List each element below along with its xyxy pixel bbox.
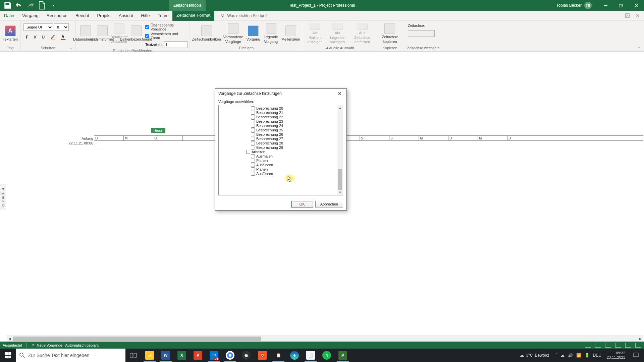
milestone-button[interactable]: Meilenstein [280,22,301,45]
text-lines-input[interactable] [164,41,187,48]
ok-button[interactable]: OK [291,201,313,207]
tray-language[interactable]: DEU [593,353,601,358]
restore-button[interactable] [613,0,629,11]
view-shortcut-3[interactable] [605,343,611,348]
scroll-down-icon[interactable]: ▼ [337,190,343,195]
view-shortcut-5[interactable] [625,343,631,348]
taskbar-app-word[interactable]: W [158,349,174,362]
dialog-scrollbar[interactable]: ▲ ▼ [337,105,343,195]
taskbar-clock[interactable]: 09:32 23.11.2021 [604,351,628,360]
list-item[interactable]: Besprechung 22 [219,115,343,119]
collapse-ribbon-icon[interactable]: ︿ [637,44,641,50]
menu-projekt[interactable]: Projekt [93,11,114,21]
save-icon[interactable] [3,1,12,10]
taskbar-app-obs[interactable]: ◉ [238,349,254,362]
scrollbar-thumb[interactable] [13,337,261,341]
bar-label-button[interactable]: Balkenbezeichnung [128,22,144,45]
list-item[interactable]: Besprechung 29 [219,145,343,149]
taskbar-app-generic2[interactable]: 📋 [270,349,286,362]
timeline-bar-button[interactable]: Zeitachsenbalken [192,22,221,45]
taskbar-weather[interactable]: ☁ 3°C Bewölkt [517,353,552,358]
list-item[interactable]: Planen [219,167,343,171]
minimize-button[interactable] [598,0,613,11]
tray-battery-icon[interactable]: 🔋 [585,353,590,358]
dialog-scrollbar-thumb[interactable] [338,169,342,190]
callout-task-button[interactable]: Legende Vorgang [263,22,279,45]
list-item[interactable]: Besprechung 26 [219,132,343,136]
view-tab-zeitachse[interactable]: ZEITACHSE [0,184,6,209]
list-item[interactable]: Besprechung 28 [219,141,343,145]
close-button[interactable] [629,0,644,11]
menu-ressource[interactable]: Ressource [43,11,71,21]
font-dialog-launcher-icon[interactable]: ⤢ [70,47,73,50]
font-color-button[interactable]: A [58,34,67,41]
list-item[interactable]: Ausführen [219,163,343,167]
menu-ansicht[interactable]: Ansicht [115,11,137,21]
taskbar-app-brave[interactable]: 🦁 [254,349,270,362]
list-item[interactable]: Besprechung 27 [219,136,343,141]
view-shortcut-6[interactable] [635,343,641,348]
tray-onedrive-icon[interactable]: ☁ [560,353,565,358]
status-new-tasks[interactable]: Neue Vorgänge : Automatisch geplant [37,343,99,347]
undo-icon[interactable] [15,1,23,10]
start-button[interactable] [0,349,16,362]
cancel-button[interactable]: Abbrechen [315,201,343,207]
taskbar-app-powerpoint[interactable]: P [190,349,206,362]
highlight-color-button[interactable]: 🖉 [48,34,57,41]
qat-customize-icon[interactable]: ▾ [49,1,58,10]
new-doc-icon[interactable] [38,1,46,10]
list-item[interactable]: Besprechung 25 [219,128,343,132]
pan-zoom-checkbox[interactable]: Verschieben und Zoom [145,32,187,40]
italic-button[interactable]: K [32,34,39,41]
list-item[interactable]: Besprechung 21 [219,110,343,115]
date-format-button[interactable]: Datumsformat [95,22,110,45]
task-list[interactable]: Besprechung 20 Besprechung 21 Besprechun… [219,105,343,195]
tell-me-search[interactable]: Was möchten Sie tun? [220,13,267,18]
task-button[interactable]: Vorgang [245,22,261,45]
taskbar-app-notepad[interactable]: 📄 [303,349,319,362]
scroll-left-icon[interactable]: ◀ [7,336,13,342]
font-size-select[interactable]: 8 [54,23,69,31]
redo-icon[interactable] [26,1,35,10]
timeline-switch-select[interactable] [408,30,435,37]
scroll-up-icon[interactable]: ▲ [337,105,343,111]
view-shortcut-2[interactable] [595,343,601,348]
list-item[interactable]: Ausmalen [219,154,343,158]
menu-hilfe[interactable]: Hilfe [137,11,154,21]
underline-button[interactable]: U [40,34,47,41]
taskbar-app-spotify[interactable]: ♫ [319,349,335,362]
font-name-select[interactable]: Segoe UI [23,23,53,31]
menu-vorgang[interactable]: Vorgang [18,11,42,21]
menu-zeitachse-format[interactable]: Zeitachse Format [172,11,214,21]
timeline-bar-area[interactable] [94,141,643,148]
menu-bericht[interactable]: Bericht [71,11,93,21]
overlap-checkbox[interactable]: Überlappende Vorgänge [145,23,187,32]
user-account[interactable]: Tobias Becker TB [556,2,598,9]
tray-volume-icon[interactable]: 🔊 [568,353,573,358]
taskbar-app-edge[interactable]: e [286,349,303,362]
taskbar-app-chrome[interactable] [222,349,238,362]
scroll-right-icon[interactable]: ▶ [637,336,643,342]
list-item[interactable]: Besprechung 23 [219,119,343,123]
menu-team[interactable]: Team [154,11,173,21]
list-item[interactable]: Besprechung 24 [219,123,343,128]
horizontal-scrollbar[interactable]: ◀ ▶ [7,336,643,342]
window-close-icon[interactable] [636,13,640,18]
view-shortcut-4[interactable] [615,343,621,348]
taskbar-app-excel[interactable]: X [174,349,190,362]
bold-button[interactable]: F [23,34,31,41]
taskbar-app-project[interactable]: P [335,349,351,362]
list-item[interactable]: Planen [219,158,343,163]
tray-expand-icon[interactable]: ˄ [555,353,557,358]
dialog-close-button[interactable]: ✕ [336,91,343,96]
taskbar-app-explorer[interactable]: 📁 [142,349,158,362]
ribbon-display-icon[interactable] [625,13,630,18]
view-shortcut-1[interactable] [585,343,591,348]
copy-timeline-button[interactable]: Zeitachse kopieren [380,22,400,45]
list-item[interactable]: Besprechung 20 [219,106,343,110]
notification-center-button[interactable] [628,349,644,362]
existing-tasks-button[interactable]: Vorhandene Vorgänge [222,22,244,45]
taskbar-app-generic1[interactable]: ⬚73 [206,349,222,362]
list-item[interactable]: Ausführen [219,171,343,176]
list-item[interactable]: Arbeiten [219,149,343,154]
